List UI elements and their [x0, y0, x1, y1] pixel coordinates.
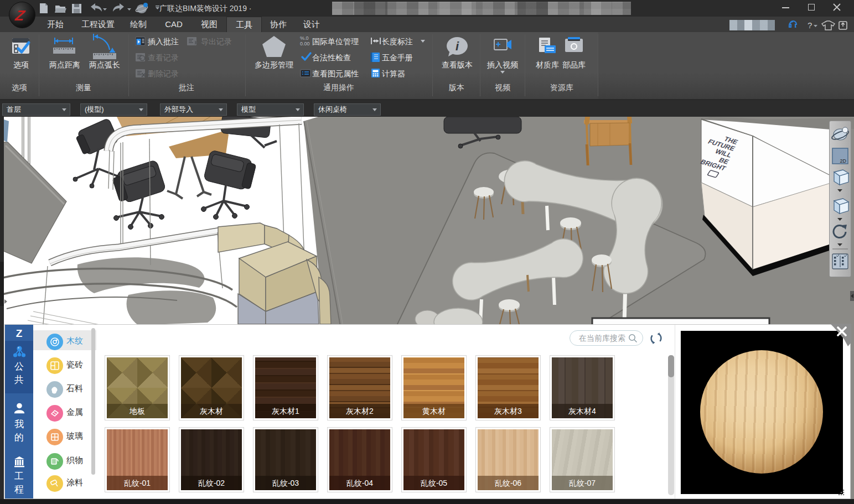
svg-text:查看版本: 查看版本: [442, 60, 473, 69]
svg-text:部品库: 部品库: [562, 60, 586, 69]
svg-text:查看记录: 查看记录: [148, 53, 179, 62]
svg-text:导出记录: 导出记录: [201, 37, 232, 46]
svg-text:两点距离: 两点距离: [49, 60, 80, 69]
svg-text:%.0: %.0: [300, 35, 309, 41]
svg-text:选项: 选项: [13, 60, 29, 69]
svg-text:删除记录: 删除记录: [148, 69, 179, 78]
svg-text:2D: 2D: [840, 158, 846, 164]
svg-text:计算器: 计算器: [381, 69, 405, 78]
svg-text:五金手册: 五金手册: [382, 53, 413, 62]
svg-text:?: ?: [808, 20, 812, 30]
svg-text:0.00: 0.00: [300, 41, 310, 46]
svg-text:多边形管理: 多边形管理: [255, 60, 293, 69]
svg-text:插入视频: 插入视频: [486, 60, 519, 69]
svg-text:国际单位管理: 国际单位管理: [312, 37, 359, 46]
svg-text:查看图元属性: 查看图元属性: [312, 69, 359, 78]
svg-text:i: i: [456, 39, 459, 53]
svg-text:插入批注: 插入批注: [147, 37, 179, 46]
svg-text:合法性检查: 合法性检查: [312, 53, 351, 62]
svg-text:两点弧长: 两点弧长: [89, 60, 120, 69]
svg-text:长度标注: 长度标注: [382, 37, 413, 46]
svg-text:材质库: 材质库: [536, 60, 559, 69]
